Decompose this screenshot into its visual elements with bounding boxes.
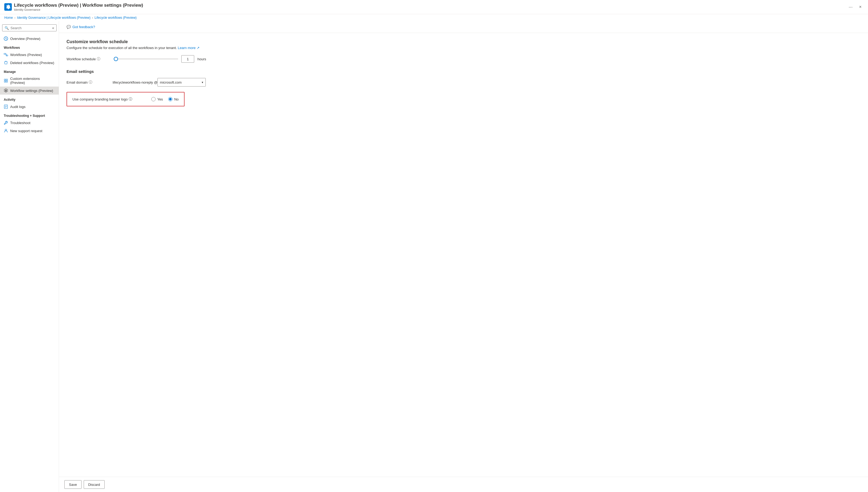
content-area: 💬 Got feedback? Customize workflow sched… [59,21,868,492]
person-icon [4,129,8,133]
title-group: Lifecycle workflows (Preview) | Workflow… [14,3,844,11]
sidebar-item-overview-label: Overview (Preview) [10,37,41,41]
sidebar-item-audit-label: Audit logs [10,105,25,109]
content-body: Customize workflow schedule Configure th… [59,33,868,477]
svg-rect-6 [6,81,7,82]
sidebar: 🔍 « Overview (Preview) Workflows Workflo… [0,21,59,492]
email-domain-label: Email domain ⓘ [67,80,110,85]
sidebar-section-troubleshoot: Troubleshooting + Support [0,111,59,119]
customize-title: Customize workflow schedule [67,40,861,44]
slider-group: 1 hours [114,55,206,63]
schedule-info-icon[interactable]: ⓘ [97,56,100,62]
workflow-schedule-row: Workflow schedule ⓘ 1 hours [67,55,861,63]
log-icon [4,104,8,109]
feedback-label: Got feedback? [72,25,95,29]
sidebar-section-activity: Activity [0,95,59,103]
radio-no-input[interactable] [168,97,172,101]
feedback-icon: 💬 [67,25,71,29]
branding-row: Use company branding banner logo ⓘ Yes N… [67,92,185,106]
breadcrumb-current[interactable]: Lifecycle workflows (Preview) [95,16,137,20]
schedule-value-box: 1 [181,55,194,63]
workflow-icon [4,52,8,57]
sidebar-item-settings-label: Workflow settings (Preview) [10,89,53,93]
svg-rect-5 [4,81,6,82]
branding-info-icon[interactable]: ⓘ [129,97,132,102]
feedback-button[interactable]: 💬 Got feedback? [64,24,97,30]
content-header: 💬 Got feedback? [59,21,868,33]
customize-desc: Configure the schedule for execution of … [67,46,861,50]
page-title: Lifecycle workflows (Preview) | Workflow… [14,3,844,8]
trash-icon [4,60,8,65]
sidebar-item-deleted-workflows[interactable]: Deleted workflows (Preview) [0,59,59,67]
main-layout: 🔍 « Overview (Preview) Workflows Workflo… [0,21,868,492]
page-subtitle: Identity Governance [14,8,844,11]
collapse-button[interactable]: « [52,26,54,30]
sidebar-item-audit-logs[interactable]: Audit logs [0,103,59,111]
settings-icon [4,89,8,93]
sidebar-item-deleted-label: Deleted workflows (Preview) [10,61,54,65]
radio-yes-input[interactable] [151,97,156,101]
gear-icon [6,4,10,9]
sidebar-item-troubleshoot-label: Troubleshoot [10,121,30,125]
bottom-bar: Save Discard [59,477,868,492]
chevron-down-icon: ▾ [202,81,203,84]
radio-group: Yes No [151,97,179,101]
sidebar-section-workflows: Workflows [0,43,59,51]
top-bar: Lifecycle workflows (Preview) | Workflow… [0,0,868,14]
wrench-icon [4,121,8,125]
sidebar-item-troubleshoot[interactable]: Troubleshoot [0,119,59,127]
sidebar-item-custom-ext-label: Custom extensions (Preview) [10,77,55,85]
sidebar-item-custom-extensions[interactable]: Custom extensions (Preview) [0,75,59,87]
sidebar-item-new-support[interactable]: New support request [0,127,59,135]
schedule-unit: hours [197,57,206,61]
app-icon [4,3,12,11]
email-prefix: lifecycleworkflows-noreply @ [113,80,158,84]
sidebar-item-support-label: New support request [10,129,42,133]
radio-yes-label: Yes [157,97,163,101]
search-input[interactable] [10,26,50,30]
svg-point-11 [5,129,7,131]
email-domain-wrapper: lifecycleworkflows-noreply @ microsoft.c… [113,78,206,87]
learn-more-link[interactable]: Learn more ↗ [178,46,200,50]
sidebar-item-overview[interactable]: Overview (Preview) [0,34,59,43]
save-button[interactable]: Save [64,480,81,489]
search-icon: 🔍 [4,26,9,30]
email-settings-title: Email settings [67,69,861,74]
radio-yes-option[interactable]: Yes [151,97,163,101]
search-container[interactable]: 🔍 « [2,24,56,31]
breadcrumb-sep-2: › [92,16,93,19]
breadcrumb-home[interactable]: Home [4,16,13,20]
svg-rect-4 [6,79,7,80]
close-button[interactable]: × [857,3,864,10]
svg-rect-3 [4,79,6,80]
sidebar-section-manage: Manage [0,67,59,75]
radio-no-label: No [174,97,179,101]
overview-icon [4,36,8,41]
breadcrumb: Home › Identity Governance | Lifecycle w… [0,14,868,21]
email-domain-row: Email domain ⓘ lifecycleworkflows-norepl… [67,78,861,87]
schedule-slider[interactable] [114,59,178,59]
sidebar-item-workflows-label: Workflows (Preview) [10,53,42,57]
breadcrumb-sep-1: › [15,16,15,19]
more-options-button[interactable]: ··· [847,3,855,11]
discard-button[interactable]: Discard [84,480,104,489]
email-domain-info-icon[interactable]: ⓘ [89,80,92,85]
breadcrumb-ig[interactable]: Identity Governance | Lifecycle workflow… [17,16,90,20]
svg-rect-1 [4,53,6,54]
radio-no-option[interactable]: No [168,97,179,101]
sidebar-item-workflow-settings[interactable]: Workflow settings (Preview) [0,87,59,95]
branding-label: Use company branding banner logo ⓘ [72,97,141,102]
sidebar-item-workflows-preview[interactable]: Workflows (Preview) [0,51,59,59]
email-domain-select[interactable]: microsoft.com ▾ [158,78,206,87]
extension-icon [4,78,8,83]
workflow-schedule-label: Workflow schedule ⓘ [67,56,110,62]
